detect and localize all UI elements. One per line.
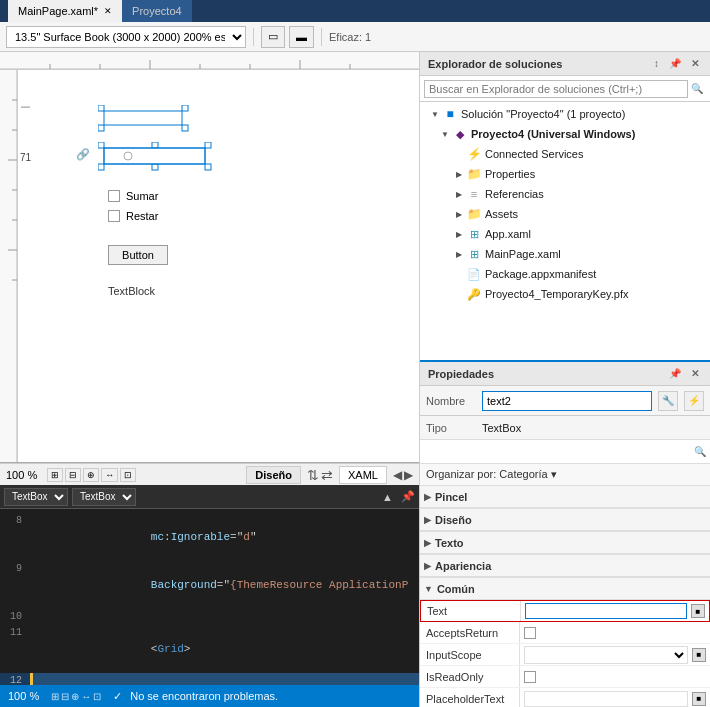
split-v-icon[interactable]: ⇄ <box>321 467 333 483</box>
device-selector[interactable]: 13.5" Surface Book (3000 x 2000) 200% es… <box>6 26 246 48</box>
props-isreadonly-checkbox[interactable] <box>524 671 536 683</box>
props-close-btn[interactable]: ✕ <box>688 367 702 380</box>
tree-label-appxaml: App.xaml <box>485 228 531 240</box>
fit-icon[interactable]: ↔ <box>101 468 118 482</box>
se-close-btn[interactable]: ✕ <box>688 57 702 70</box>
margin-label-71: 71 <box>20 152 31 163</box>
grid-icon-1[interactable]: ⊞ <box>47 468 63 482</box>
props-section-apariencia: ▶ Apariencia <box>420 555 710 578</box>
solution-explorer-header: Explorador de soluciones ↕ 📌 ✕ <box>420 52 710 76</box>
props-search-input[interactable] <box>424 446 694 458</box>
xaml-collapse-btn[interactable]: ▲ <box>382 491 393 503</box>
toolbar-sep-1 <box>253 28 254 46</box>
tree-expand-assets[interactable] <box>452 207 466 221</box>
textbox-selected-container <box>98 142 218 175</box>
tree-expand-mainxaml[interactable] <box>452 247 466 261</box>
xaml-pin-btn[interactable]: 📌 <box>401 490 415 503</box>
tree-expand-project[interactable] <box>438 127 452 141</box>
button-widget-btn[interactable]: Button <box>108 245 168 265</box>
svg-rect-24 <box>205 164 211 170</box>
props-list: ▶ Pincel ▶ Diseño ▶ <box>420 486 710 707</box>
tab-mainpage[interactable]: MainPage.xaml* ✕ <box>8 0 122 22</box>
props-organize-row[interactable]: Organizar por: Categoría ▾ <box>420 464 710 486</box>
props-placeholdertext-input[interactable] <box>524 691 688 707</box>
props-nombre-label: Nombre <box>426 395 476 407</box>
xaml-toolbar: TextBox TextBox ▲ 📌 <box>0 485 419 509</box>
solution-search-icon[interactable]: 🔍 <box>688 83 706 94</box>
status-ok-text: No se encontraron problemas. <box>130 690 278 702</box>
canvas-ruler-left <box>0 70 18 462</box>
tab-arrow-left[interactable]: ◀ <box>393 468 402 482</box>
tab-mainpage-close[interactable]: ✕ <box>104 6 112 16</box>
xaml-tab-btn[interactable]: XAML <box>339 466 387 484</box>
tree-item-properties[interactable]: 📁 Properties <box>420 164 710 184</box>
props-section-texto-header[interactable]: ▶ Texto <box>420 532 710 554</box>
tree-item-connectedservices[interactable]: ⚡ Connected Services <box>420 144 710 164</box>
design-canvas[interactable]: | <box>0 52 419 463</box>
solution-search-input[interactable] <box>424 80 688 98</box>
xaml-content[interactable]: 8 mc:Ignorable="d" 9 Background="{ThemeR… <box>0 509 419 685</box>
toolbar-rect1-btn[interactable]: ▭ <box>261 26 285 48</box>
properties-panel: Propiedades 📌 ✕ Nombre 🔧 ⚡ Tipo TextB <box>420 362 710 707</box>
props-section-pincel-header[interactable]: ▶ Pincel <box>420 486 710 508</box>
tree-expand-referencias[interactable] <box>452 187 466 201</box>
props-tipo-value: TextBox <box>482 422 521 434</box>
props-nombre-input[interactable] <box>482 391 652 411</box>
margin-indicator: | <box>20 100 30 110</box>
tree-view: ■ Solución "Proyecto4" (1 proyecto) ◆ Pr… <box>420 102 710 360</box>
toolbar-rect2-btn[interactable]: ▬ <box>289 26 314 48</box>
xaml-dropdown-2[interactable]: TextBox <box>72 488 136 506</box>
se-sync-btn[interactable]: ↕ <box>651 57 662 70</box>
tree-item-mainxaml[interactable]: ⊞ MainPage.xaml <box>420 244 710 264</box>
tree-expand-properties[interactable] <box>452 167 466 181</box>
grid-icon-2[interactable]: ⊟ <box>65 468 81 482</box>
eficaz-label: Eficaz: 1 <box>329 31 371 43</box>
main-content: | <box>0 52 710 707</box>
tree-item-tempkey[interactable]: 🔑 Proyecto4_TemporaryKey.pfx <box>420 284 710 304</box>
props-wrench-btn[interactable]: 🔧 <box>658 391 678 411</box>
props-acceptsreturn-value <box>520 627 710 639</box>
zoom-icon[interactable]: ⊡ <box>120 468 136 482</box>
tab-proyecto4[interactable]: Proyecto4 <box>122 0 192 22</box>
props-section-apariencia-header[interactable]: ▶ Apariencia <box>420 555 710 577</box>
svg-rect-25 <box>152 142 158 148</box>
tree-item-solution[interactable]: ■ Solución "Proyecto4" (1 proyecto) <box>420 104 710 124</box>
pincel-label: Pincel <box>435 491 467 503</box>
props-search-icon: 🔍 <box>694 446 706 457</box>
tree-item-appxaml[interactable]: ⊞ App.xaml <box>420 224 710 244</box>
snap-icon[interactable]: ⊕ <box>83 468 99 482</box>
tree-item-assets[interactable]: 📁 Assets <box>420 204 710 224</box>
props-inputscope-sq-btn[interactable]: ■ <box>692 648 706 662</box>
props-text-sq-btn[interactable]: ■ <box>691 604 705 618</box>
props-lightning-btn[interactable]: ⚡ <box>684 391 704 411</box>
zoom-label: 100 % <box>6 469 37 481</box>
se-pin-btn[interactable]: 📌 <box>666 57 684 70</box>
tab-arrow-right[interactable]: ▶ <box>404 468 413 482</box>
props-pin-btn[interactable]: 📌 <box>666 367 684 380</box>
props-row-placeholdertext: PlaceholderText ■ <box>420 688 710 707</box>
tree-item-project[interactable]: ◆ Proyecto4 (Universal Windows) <box>420 124 710 144</box>
props-text-input[interactable] <box>525 603 687 619</box>
package-icon: 📄 <box>466 266 482 282</box>
design-tab-btn[interactable]: Diseño <box>246 466 301 484</box>
tree-item-package[interactable]: 📄 Package.appxmanifest <box>420 264 710 284</box>
textblock-widget: TextBlock <box>108 285 155 297</box>
toolbar: 13.5" Surface Book (3000 x 2000) 200% es… <box>0 22 710 52</box>
tree-item-referencias[interactable]: ≡ Referencias <box>420 184 710 204</box>
tree-expand-solution[interactable] <box>428 107 442 121</box>
props-inputscope-dropdown[interactable] <box>524 646 688 664</box>
svg-rect-26 <box>152 164 158 170</box>
props-placeholder-sq-btn[interactable]: ■ <box>692 692 706 706</box>
svg-rect-22 <box>205 142 211 148</box>
tree-expand-appxaml[interactable] <box>452 227 466 241</box>
props-section-comun-header[interactable]: ▼ Común <box>420 578 710 600</box>
title-bar: MainPage.xaml* ✕ Proyecto4 <box>0 0 710 22</box>
split-h-icon[interactable]: ⇅ <box>307 467 319 483</box>
xaml-dropdown-1[interactable]: TextBox <box>4 488 68 506</box>
status-icon-1: ⊞ <box>51 691 59 702</box>
props-acceptsreturn-checkbox[interactable] <box>524 627 536 639</box>
props-section-diseno-header[interactable]: ▶ Diseño <box>420 509 710 531</box>
right-pane: Explorador de soluciones ↕ 📌 ✕ 🔍 <box>420 52 710 707</box>
mainxaml-icon: ⊞ <box>466 246 482 262</box>
props-text-label: Text <box>421 601 521 621</box>
